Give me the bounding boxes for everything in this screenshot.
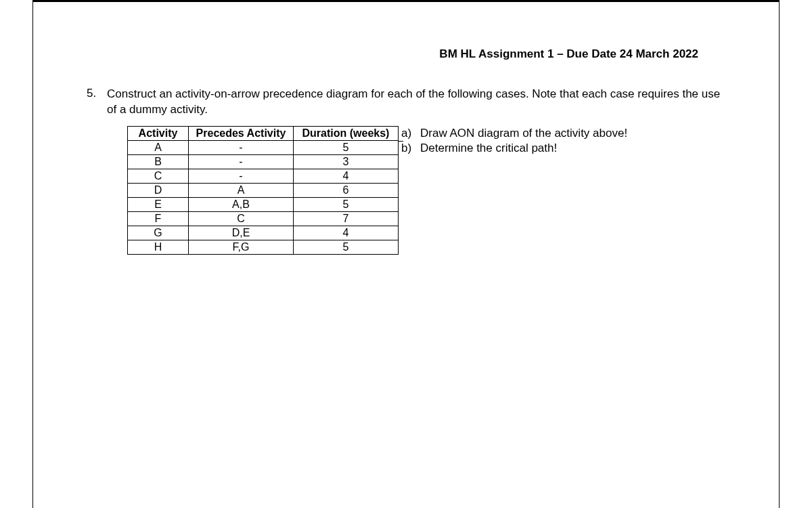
- sub-text-a: Draw AON diagram of the activity above!: [420, 126, 627, 141]
- cell-activity: H: [128, 240, 189, 254]
- cell-duration: 5: [294, 197, 399, 211]
- cell-duration: 4: [294, 226, 399, 240]
- table-header-row: Activity Precedes Activity Duration (wee…: [128, 126, 399, 140]
- header-duration: Duration (weeks): [294, 126, 399, 140]
- cell-duration: 5: [294, 140, 399, 154]
- table-row: G D,E 4: [128, 226, 399, 240]
- sub-letter-b: b): [401, 141, 420, 156]
- cell-precedes: F,G: [189, 240, 294, 254]
- cell-precedes: D,E: [189, 226, 294, 240]
- cell-precedes: A,B: [189, 197, 294, 211]
- cell-activity: B: [128, 154, 189, 169]
- question-block: 5. Construct an activity-on-arrow preced…: [87, 87, 725, 118]
- sub-text-b: Determine the critical path!: [420, 141, 557, 156]
- connector-line: [398, 141, 403, 142]
- subquestion-a: a) Draw AON diagram of the activity abov…: [401, 126, 627, 141]
- cell-precedes: C: [189, 211, 294, 226]
- cell-precedes: -: [189, 140, 294, 154]
- table-row: B - 3: [128, 154, 399, 169]
- table-row: A - 5: [128, 140, 399, 154]
- cell-duration: 3: [294, 154, 399, 169]
- page-content: BM HL Assignment 1 – Due Date 24 March 2…: [32, 0, 780, 255]
- cell-precedes: -: [189, 169, 294, 183]
- table-row: C - 4: [128, 169, 399, 183]
- cell-duration: 4: [294, 169, 399, 183]
- header-activity: Activity: [128, 126, 189, 140]
- cell-activity: C: [128, 169, 189, 183]
- table-row: D A 6: [128, 183, 399, 197]
- header-precedes: Precedes Activity: [189, 126, 294, 140]
- cell-duration: 5: [294, 240, 399, 254]
- sub-letter-a: a): [401, 126, 420, 141]
- activity-table: Activity Precedes Activity Duration (wee…: [127, 126, 399, 255]
- subquestion-b: b) Determine the critical path!: [401, 141, 627, 156]
- cell-precedes: A: [189, 183, 294, 197]
- table-row: H F,G 5: [128, 240, 399, 254]
- cell-activity: E: [128, 197, 189, 211]
- table-row: F C 7: [128, 211, 399, 226]
- cell-activity: A: [128, 140, 189, 154]
- question-text: Construct an activity-on-arrow precedenc…: [107, 87, 725, 118]
- main-row: Activity Precedes Activity Duration (wee…: [127, 126, 725, 255]
- cell-precedes: -: [189, 154, 294, 169]
- question-number: 5.: [87, 87, 107, 118]
- cell-duration: 6: [294, 183, 399, 197]
- activity-table-container: Activity Precedes Activity Duration (wee…: [127, 126, 399, 255]
- cell-activity: D: [128, 183, 189, 197]
- cell-activity: G: [128, 226, 189, 240]
- cell-activity: F: [128, 211, 189, 226]
- assignment-header: BM HL Assignment 1 – Due Date 24 March 2…: [87, 47, 698, 61]
- cell-duration: 7: [294, 211, 399, 226]
- table-row: E A,B 5: [128, 197, 399, 211]
- subquestions: a) Draw AON diagram of the activity abov…: [399, 126, 627, 255]
